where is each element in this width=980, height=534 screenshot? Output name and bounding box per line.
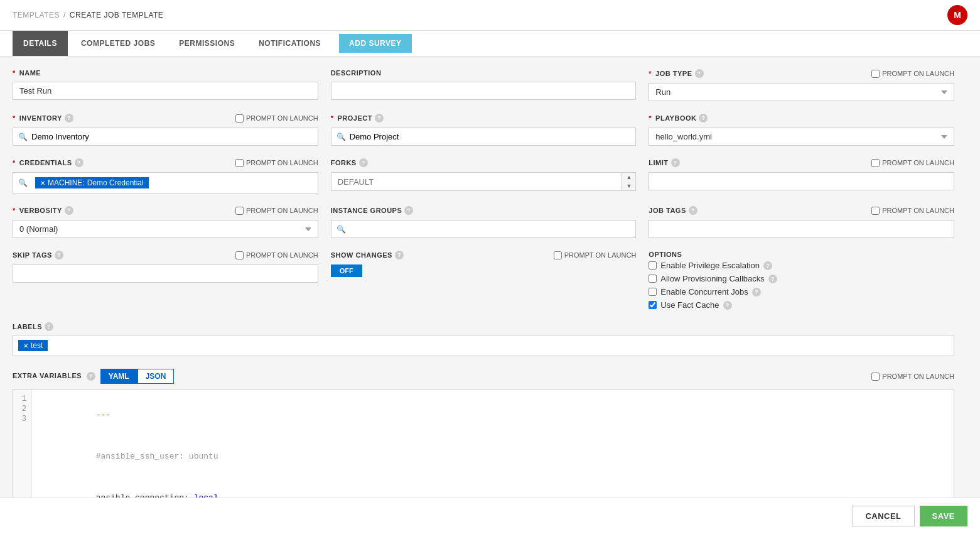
option-allow-provisioning-callbacks-checkbox[interactable] (649, 275, 657, 283)
top-bar: TEMPLATES / CREATE JOB TEMPLATE M (0, 0, 980, 31)
credentials-input-wrapper[interactable]: 🔍 ✕ MACHINE: Demo Credential (13, 172, 318, 193)
project-input[interactable] (350, 128, 631, 145)
tab-notifications[interactable]: NOTIFICATIONS (248, 31, 331, 56)
description-input[interactable] (331, 82, 637, 100)
cancel-button[interactable]: CANCEL (852, 506, 914, 526)
line-num-3: 3 (18, 415, 26, 423)
job-type-help-icon[interactable]: ? (695, 69, 704, 78)
enable-privilege-escalation-help-icon[interactable]: ? (763, 261, 772, 270)
row-4: * VERBOSITY ? PROMPT ON LAUNCH 0 (Normal… (13, 206, 954, 238)
use-fact-cache-help-icon[interactable]: ? (723, 301, 732, 310)
allow-provisioning-callbacks-help-icon[interactable]: ? (768, 275, 777, 283)
breadcrumb-current: CREATE JOB TEMPLATE (70, 11, 164, 19)
forks-help-icon[interactable]: ? (359, 158, 368, 167)
verbosity-prompt-checkbox[interactable] (235, 207, 244, 215)
job-type-prompt-checkbox[interactable] (871, 70, 880, 78)
option-enable-concurrent-jobs-checkbox[interactable] (649, 288, 657, 296)
option-allow-provisioning-callbacks[interactable]: Allow Provisioning Callbacks ? (649, 274, 954, 283)
option-enable-privilege-escalation[interactable]: Enable Privilege Escalation ? (649, 261, 954, 270)
credentials-prompt-checkbox[interactable] (235, 159, 244, 167)
line-num-1: 1 (18, 395, 26, 403)
labels-help-icon[interactable]: ? (45, 322, 53, 331)
job-tags-input[interactable] (649, 220, 954, 238)
option-use-fact-cache[interactable]: Use Fact Cache ? (649, 300, 954, 310)
limit-prompt: PROMPT ON LAUNCH (871, 159, 954, 167)
save-button[interactable]: SAVE (920, 506, 967, 526)
instance-groups-help-icon[interactable]: ? (404, 206, 413, 215)
labels-input[interactable]: ✕ test (13, 335, 954, 356)
limit-input[interactable] (649, 172, 954, 190)
job-tags-prompt-checkbox[interactable] (871, 207, 880, 215)
name-group: * NAME (13, 69, 318, 101)
code-line-2: #ansible_ssh_user: ubuntu (37, 436, 949, 477)
project-search-icon: 🔍 (337, 133, 346, 141)
code-line-1: --- (37, 395, 949, 436)
tab-details[interactable]: DETAILS (13, 31, 68, 56)
row-1: * NAME DESCRIPTION * JOB T (13, 69, 954, 101)
enable-concurrent-jobs-help-icon[interactable]: ? (752, 288, 761, 297)
extra-variables-header: EXTRA VARIABLES ? YAML JSON PROMPT ON LA… (13, 369, 954, 384)
verbosity-select[interactable]: 0 (Normal) 1 (Verbose) 2 (More Verbose) … (13, 220, 318, 238)
show-changes-toggle[interactable]: OFF (331, 264, 362, 277)
credentials-help-icon[interactable]: ? (75, 158, 83, 167)
instance-groups-input[interactable] (350, 221, 631, 237)
instance-groups-label: INSTANCE GROUPS ? (331, 206, 414, 215)
forks-input[interactable] (331, 173, 622, 190)
row-3: * CREDENTIALS ? PROMPT ON LAUNCH 🔍 ✕ MAC… (13, 158, 954, 193)
show-changes-prompt-checkbox[interactable] (554, 251, 562, 259)
skip-tags-input[interactable] (13, 264, 318, 283)
inventory-help-icon[interactable]: ? (65, 114, 73, 123)
code-separator: --- (96, 410, 110, 420)
forks-label: FORKS ? (331, 158, 368, 167)
app-logo: M (947, 5, 967, 25)
project-label: * PROJECT ? (331, 114, 384, 123)
limit-group: LIMIT ? PROMPT ON LAUNCH (649, 158, 954, 193)
add-survey-button[interactable]: ADD SURVEY (339, 34, 411, 53)
verbosity-group: * VERBOSITY ? PROMPT ON LAUNCH 0 (Normal… (13, 206, 318, 238)
job-tags-label: JOB TAGS ? (649, 206, 697, 215)
forks-decrement[interactable]: ▼ (622, 182, 635, 190)
tab-permissions[interactable]: PERMISSIONS (168, 31, 245, 56)
show-changes-toggle-wrapper: OFF (331, 264, 637, 277)
extra-variables-help-icon[interactable]: ? (87, 372, 95, 381)
verbosity-help-icon[interactable]: ? (65, 206, 73, 215)
label-tag-test-text: test (31, 341, 43, 350)
tab-completed-jobs[interactable]: COMPLETED JOBS (70, 31, 166, 56)
job-tags-help-icon[interactable]: ? (689, 206, 697, 215)
option-use-fact-cache-label: Use Fact Cache (660, 300, 719, 310)
job-type-select[interactable]: Run Check (649, 83, 954, 101)
options-group: OPTIONS Enable Privilege Escalation ? Al… (649, 251, 954, 310)
job-type-group: * JOB TYPE ? PROMPT ON LAUNCH Run Check (649, 69, 954, 101)
project-help-icon[interactable]: ? (375, 114, 384, 123)
inventory-prompt-checkbox[interactable] (235, 114, 244, 123)
inventory-input[interactable] (31, 128, 313, 145)
limit-prompt-checkbox[interactable] (871, 159, 880, 167)
credential-tag-remove[interactable]: ✕ (40, 180, 45, 187)
limit-label: LIMIT ? (649, 158, 679, 167)
option-use-fact-cache-checkbox[interactable] (649, 301, 657, 309)
option-enable-concurrent-jobs[interactable]: Enable Concurrent Jobs ? (649, 287, 954, 297)
label-tag-test: ✕ test (18, 340, 48, 351)
forks-increment[interactable]: ▲ (622, 173, 635, 182)
playbook-select[interactable]: hello_world.yml (649, 128, 954, 146)
labels-label: LABELS ? (13, 322, 954, 331)
show-changes-help-icon[interactable]: ? (395, 251, 404, 259)
name-input[interactable] (13, 82, 318, 100)
label-tag-test-remove[interactable]: ✕ (23, 342, 28, 349)
playbook-help-icon[interactable]: ? (699, 114, 708, 123)
yaml-button[interactable]: YAML (100, 369, 137, 384)
option-enable-privilege-escalation-checkbox[interactable] (649, 261, 657, 270)
inventory-search-wrapper: 🔍 (13, 128, 318, 146)
yaml-json-toggle: YAML JSON (100, 369, 175, 384)
credential-tag: ✕ MACHINE: Demo Credential (35, 177, 149, 188)
skip-tags-help-icon[interactable]: ? (55, 251, 63, 259)
breadcrumb-parent[interactable]: TEMPLATES (13, 11, 60, 19)
inventory-group: * INVENTORY ? PROMPT ON LAUNCH 🔍 (13, 114, 318, 146)
extra-variables-prompt-checkbox[interactable] (871, 373, 880, 381)
json-button[interactable]: JSON (137, 369, 175, 384)
skip-tags-prompt-checkbox[interactable] (235, 251, 244, 259)
show-changes-group: SHOW CHANGES ? PROMPT ON LAUNCH OFF (331, 251, 637, 310)
limit-help-icon[interactable]: ? (671, 158, 680, 167)
verbosity-prompt: PROMPT ON LAUNCH (235, 207, 318, 215)
instance-groups-group: INSTANCE GROUPS ? 🔍 (331, 206, 637, 238)
